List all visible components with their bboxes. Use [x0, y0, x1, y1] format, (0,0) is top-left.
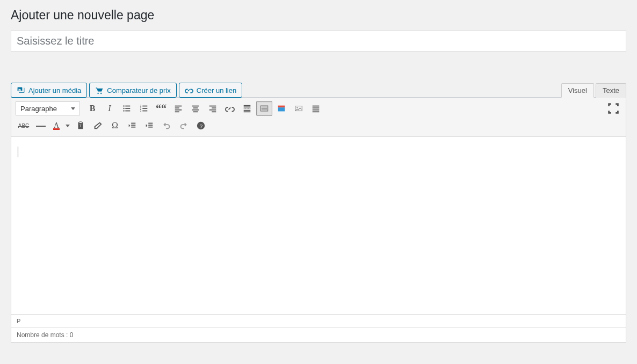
svg-rect-29: [248, 108, 249, 109]
svg-rect-28: [247, 108, 248, 109]
svg-rect-52: [148, 125, 153, 126]
table-color-icon: [277, 104, 286, 113]
price-compare-button[interactable]: Comparateur de prix: [89, 83, 177, 98]
bold-button[interactable]: B: [84, 101, 100, 116]
help-button[interactable]: ?: [193, 118, 209, 133]
fullscreen-button[interactable]: [605, 101, 621, 116]
align-left-icon: [173, 104, 183, 113]
align-right-button[interactable]: [205, 101, 221, 116]
svg-rect-43: [313, 110, 320, 111]
svg-rect-53: [148, 127, 153, 128]
undo-button[interactable]: [158, 118, 175, 133]
svg-rect-25: [244, 106, 251, 107]
svg-rect-15: [175, 111, 179, 112]
justify-button[interactable]: [308, 101, 324, 116]
editor-body[interactable]: [11, 137, 626, 314]
svg-text:?: ?: [200, 123, 203, 129]
svg-point-40: [296, 107, 298, 108]
tab-text[interactable]: Texte: [596, 83, 626, 98]
svg-rect-13: [175, 107, 179, 108]
svg-rect-46: [79, 122, 82, 123]
svg-rect-20: [209, 106, 216, 107]
insert-link-button[interactable]: [222, 101, 238, 116]
svg-rect-9: [142, 108, 147, 109]
toolbar-toggle-button[interactable]: [256, 101, 272, 116]
svg-rect-7: [142, 106, 147, 107]
svg-rect-48: [131, 123, 135, 124]
paste-text-button[interactable]: T: [73, 118, 89, 133]
outdent-icon: [127, 121, 137, 130]
horizontal-rule-button[interactable]: —: [33, 118, 49, 133]
create-link-label: Créer un lien: [197, 86, 236, 94]
svg-rect-11: [142, 111, 147, 112]
text-color-button[interactable]: A: [50, 118, 63, 133]
cart-icon: [95, 86, 104, 94]
svg-text:3: 3: [140, 110, 142, 112]
link-icon: [225, 104, 235, 113]
insert-table-color-button[interactable]: [273, 101, 289, 116]
svg-rect-17: [193, 107, 198, 108]
svg-rect-16: [192, 106, 199, 107]
word-count: Nombre de mots : 0: [11, 328, 626, 342]
italic-button[interactable]: I: [102, 101, 118, 116]
price-compare-label: Comparateur de prix: [107, 86, 171, 94]
title-input[interactable]: [11, 30, 626, 52]
svg-rect-22: [209, 110, 216, 111]
svg-rect-38: [278, 107, 285, 111]
chevron-down-icon: [66, 125, 70, 127]
svg-rect-19: [193, 111, 198, 112]
help-icon: ?: [196, 121, 206, 130]
strikethrough-button[interactable]: ABC: [16, 118, 32, 133]
tab-visual[interactable]: Visuel: [561, 83, 594, 98]
list-ul-icon: [122, 104, 132, 113]
special-char-button[interactable]: Ω: [107, 118, 123, 133]
add-media-button[interactable]: Ajouter un média: [11, 83, 87, 98]
format-select[interactable]: Paragraphe: [16, 101, 80, 115]
svg-rect-31: [244, 110, 251, 111]
svg-rect-30: [250, 108, 251, 109]
text-color-dropdown[interactable]: [64, 118, 71, 133]
read-more-button[interactable]: [239, 101, 255, 116]
svg-rect-27: [245, 108, 246, 109]
create-link-button[interactable]: Créer un lien: [179, 83, 242, 98]
svg-point-0: [123, 105, 124, 106]
insert-image-button[interactable]: [291, 101, 307, 116]
svg-rect-32: [244, 111, 251, 112]
redo-button[interactable]: [176, 118, 192, 133]
svg-rect-12: [175, 106, 182, 107]
svg-rect-50: [131, 127, 135, 128]
link-icon: [185, 86, 193, 94]
svg-rect-23: [212, 111, 216, 112]
keyboard-icon: [259, 104, 269, 113]
list-ol-icon: 123: [139, 104, 149, 113]
svg-rect-3: [125, 108, 130, 109]
format-select-label: Paragraphe: [20, 105, 57, 113]
align-center-button[interactable]: [187, 101, 204, 116]
indent-button[interactable]: [141, 118, 157, 133]
svg-rect-5: [125, 111, 130, 112]
chevron-down-icon: [71, 107, 75, 110]
add-media-label: Ajouter un média: [28, 86, 81, 94]
svg-rect-14: [175, 110, 182, 111]
ordered-list-button[interactable]: 123: [136, 101, 152, 116]
svg-rect-18: [192, 110, 199, 111]
read-more-icon: [242, 104, 252, 113]
unordered-list-button[interactable]: [119, 101, 135, 116]
align-left-button[interactable]: [170, 101, 186, 116]
indent-icon: [144, 121, 154, 130]
svg-rect-26: [244, 108, 245, 109]
svg-rect-1: [125, 106, 130, 107]
svg-rect-44: [313, 111, 320, 112]
svg-rect-42: [313, 107, 320, 108]
svg-rect-37: [278, 106, 285, 108]
clear-format-button[interactable]: [90, 118, 106, 133]
clipboard-icon: T: [76, 121, 85, 130]
blockquote-button[interactable]: ““: [153, 101, 169, 116]
svg-rect-49: [131, 125, 135, 126]
text-color-swatch: [53, 128, 60, 130]
svg-point-2: [123, 108, 124, 109]
align-center-icon: [191, 104, 200, 113]
outdent-button[interactable]: [124, 118, 140, 133]
editor-container: Paragraphe B I 123 ““: [11, 97, 626, 343]
svg-rect-51: [148, 123, 153, 124]
